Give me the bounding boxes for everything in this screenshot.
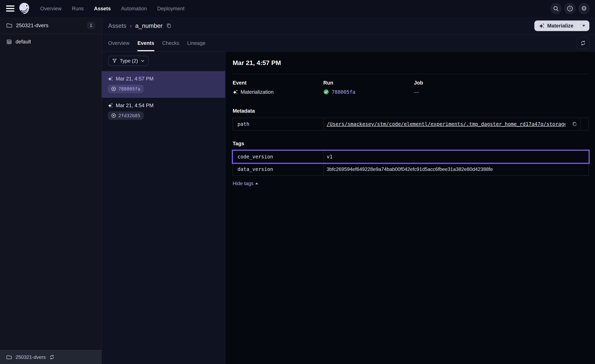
dagster-app: Overview Runs Assets Automation Deployme… (0, 0, 595, 364)
help-icon: ? (567, 5, 574, 12)
page-title: a_number (135, 22, 163, 29)
materialize-dropdown-button[interactable] (578, 21, 589, 31)
run-id-pill[interactable]: 788005fa (108, 85, 144, 93)
run-link[interactable]: 788005fa (332, 89, 355, 95)
materialize-split-button: Materialize (534, 21, 589, 31)
path-link[interactable]: /Users/smackesey/stm/code/elementl/exper… (326, 121, 566, 127)
materialize-label: Materialize (547, 23, 573, 29)
chevron-up-icon (255, 182, 258, 184)
code-location-label: 250321-dvers (16, 22, 49, 28)
asset-group-icon (6, 39, 12, 45)
hide-tags-link[interactable]: Hide tags (233, 181, 258, 186)
sync-icon (580, 40, 586, 46)
event-type-value: Materialization (241, 89, 274, 95)
help-button[interactable]: ? (564, 3, 576, 14)
sparkle-icon (233, 89, 238, 95)
group-label: default (16, 39, 31, 45)
asset-detail-page: Assets › a_number (102, 17, 595, 364)
event-list-item[interactable]: Mar 21, 4:57 PM 788005fa (102, 71, 225, 98)
event-list-panel: Type (2) (102, 52, 226, 364)
asset-tabs: Overview Events Checks Lineage (108, 35, 205, 51)
reload-location-button[interactable] (49, 354, 55, 360)
sidebar-item-code-location[interactable]: 250321-dvers 1 (0, 17, 101, 34)
tab-events[interactable]: Events (137, 35, 154, 51)
materialize-button[interactable]: Materialize (534, 21, 578, 31)
event-column-label: Event (233, 80, 323, 86)
folder-icon (6, 354, 12, 360)
job-value: — (414, 89, 419, 95)
tag-key: code_version (233, 151, 324, 163)
run-id: 2fd32b85 (118, 113, 140, 118)
chevron-down-icon (582, 25, 585, 27)
sidebar-spacer (0, 49, 101, 350)
copy-asset-name-button[interactable] (166, 23, 172, 28)
top-nav: Overview Runs Assets Automation Deployme… (0, 0, 595, 17)
divider (233, 74, 589, 74)
tag-value: 3bfc269594ef649228e9a74bab00f042efc91d5a… (326, 166, 493, 172)
chevron-down-icon (141, 59, 145, 63)
top-nav-actions: ? ⚙ (550, 3, 590, 14)
breadcrumb-chevron-icon: › (130, 22, 132, 29)
menu-icon[interactable] (6, 6, 14, 12)
run-id: 788005fa (118, 86, 140, 91)
nav-overview[interactable]: Overview (40, 6, 62, 12)
breadcrumb: Assets › a_number (108, 22, 163, 29)
settings-button[interactable]: ⚙ (578, 3, 590, 14)
metadata-table: path /Users/smackesey/stm/code/elementl/… (233, 118, 589, 130)
tab-lineage[interactable]: Lineage (187, 35, 205, 51)
sidebar-item-group-default[interactable]: default (0, 34, 101, 49)
run-status-icon (111, 86, 116, 91)
breadcrumb-assets-link[interactable]: Assets (108, 22, 127, 29)
nav-assets[interactable]: Assets (94, 6, 111, 12)
tabs-row: Overview Events Checks Lineage (102, 35, 595, 52)
tags-heading: Tags (233, 140, 589, 147)
refresh-button[interactable] (577, 37, 589, 49)
table-row: path /Users/smackesey/stm/code/elementl/… (233, 118, 588, 130)
search-icon (553, 5, 559, 12)
filter-row: Type (2) (102, 52, 225, 71)
sync-icon (49, 354, 55, 360)
nav-automation[interactable]: Automation (121, 6, 147, 12)
type-filter-label: Type (2) (120, 58, 138, 64)
sparkle-icon (539, 23, 545, 28)
type-filter-button[interactable]: Type (2) (108, 56, 149, 66)
tags-section: Tags code_version v1 data_version 3bfc26… (233, 140, 589, 186)
tag-key: data_version (233, 163, 324, 175)
tab-overview[interactable]: Overview (108, 35, 130, 51)
table-row: data_version 3bfc269594ef649228e9a74bab0… (233, 163, 588, 175)
svg-text:?: ? (569, 7, 571, 11)
metadata-section: Metadata path /Users/smackesey/stm/code/… (233, 108, 589, 130)
copy-icon (572, 121, 577, 127)
metadata-heading: Metadata (233, 108, 589, 114)
event-list-item[interactable]: Mar 21, 4:54 PM 2fd32b85 (102, 98, 225, 124)
search-button[interactable] (550, 3, 562, 14)
sparkle-icon (108, 76, 113, 81)
folder-icon (6, 22, 13, 28)
sparkle-icon (108, 103, 113, 108)
table-row-highlighted: code_version v1 (233, 151, 588, 163)
nav-deployment[interactable]: Deployment (157, 6, 184, 12)
sidebar-footer: 250321-dvers (0, 350, 101, 364)
copy-path-button[interactable] (572, 121, 577, 127)
nav-runs[interactable]: Runs (72, 6, 84, 12)
asset-count-badge: 1 (87, 21, 95, 29)
run-column-label: Run (323, 80, 414, 86)
breadcrumb-row: Assets › a_number (102, 17, 595, 35)
event-title: Mar 21, 4:57 PM (233, 59, 589, 67)
run-success-icon (323, 89, 329, 95)
event-detail-panel: Mar 21, 4:57 PM Event Materi (226, 52, 595, 364)
dagster-logo-icon (18, 2, 31, 15)
tags-table: code_version v1 data_version 3bfc269594e… (233, 150, 589, 175)
asset-sidebar: 250321-dvers 1 default 250321-dvers (0, 17, 102, 364)
table-action-cell (580, 118, 588, 130)
metadata-key: path (233, 118, 324, 130)
tab-checks[interactable]: Checks (162, 35, 179, 51)
run-id-pill[interactable]: 2fd32b85 (108, 111, 144, 120)
hide-tags-label: Hide tags (233, 181, 253, 186)
tag-value: v1 (326, 154, 333, 160)
filter-icon (112, 58, 117, 63)
job-column-label: Job (414, 80, 505, 86)
copy-icon (166, 23, 172, 28)
footer-location-label: 250321-dvers (16, 354, 46, 360)
gear-icon: ⚙ (581, 5, 587, 12)
